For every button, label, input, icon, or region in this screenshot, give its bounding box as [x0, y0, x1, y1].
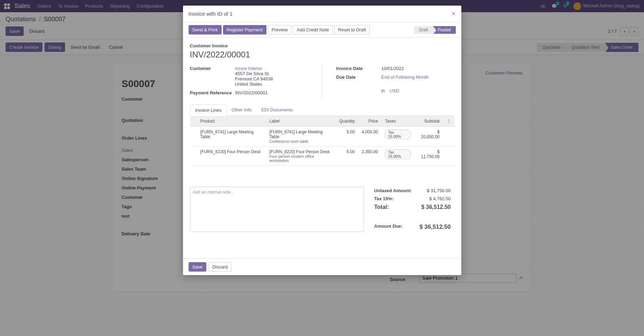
untaxed-label: Untaxed Amount: — [374, 188, 412, 193]
tax-chip: Tax 15.00% — [385, 149, 411, 159]
totals: Untaxed Amount:$ 31,750.00 Tax 15%:$ 4,7… — [374, 187, 451, 232]
tab-other-info[interactable]: Other Info — [226, 104, 256, 116]
col-subtotal: Subtotal — [414, 116, 443, 127]
address-line-3: United States — [235, 81, 308, 87]
table-row[interactable]: [FURN_6741] Large Meeting Table [FURN_67… — [190, 127, 454, 147]
payref-value: INV/2022/00001 — [235, 90, 308, 95]
customer-label: Customer — [190, 66, 235, 87]
tabs: Invoice Lines Other Info EDI Documents — [190, 104, 454, 116]
customer-link[interactable]: Azure Interior — [235, 66, 262, 71]
close-icon[interactable]: × — [452, 10, 456, 18]
invoice-modal: Invoice with ID of 1 × Send & Print Regi… — [183, 6, 461, 275]
modal-save-button[interactable]: Save — [189, 262, 207, 272]
cell-sublabel: Conference room table — [269, 139, 332, 143]
due-date-label: Due Date — [336, 75, 381, 93]
tab-edi-documents[interactable]: EDI Documents — [256, 104, 298, 116]
total-label: Total: — [374, 204, 389, 210]
preview-button[interactable]: Preview — [268, 25, 292, 34]
payment-term-link[interactable]: End of Following Month — [381, 75, 429, 80]
send-print-button[interactable]: Send & Print — [189, 25, 222, 34]
invoice-number: INV/2022/00001 — [190, 50, 454, 60]
status-draft[interactable]: Draft — [414, 26, 433, 34]
reset-draft-button[interactable]: Reset to Draft — [334, 25, 370, 34]
col-quantity: Quantity — [336, 116, 358, 127]
col-taxes: Taxes — [381, 116, 414, 127]
register-payment-button[interactable]: Register Payment — [223, 25, 267, 34]
tax-label: Tax 15%: — [374, 196, 393, 201]
col-label: Label — [266, 116, 336, 127]
inv-date-label: Invoice Date — [336, 66, 381, 71]
cell-subtotal: $ 20,000.00 — [414, 127, 443, 147]
tax-value: $ 4,762.50 — [429, 196, 451, 201]
cell-qty: 5.00 — [336, 127, 358, 147]
total-value: $ 36,512.50 — [421, 204, 451, 210]
address-line-1: 4557 De Silva St — [235, 71, 308, 76]
currency-link[interactable]: USD — [390, 88, 399, 93]
inv-date-value: 10/01/2022 — [381, 66, 454, 71]
col-price: Price — [358, 116, 382, 127]
untaxed-value: $ 31,750.00 — [427, 188, 451, 193]
col-menu-icon[interactable]: ⋮ — [443, 116, 454, 127]
cell-price: 4,000.00 — [358, 127, 382, 147]
modal-discard-button[interactable]: Discard — [208, 262, 231, 272]
address-line-2: Fremont CA 94538 — [235, 76, 308, 81]
cell-label: [FURN_8220] Four Person Desk — [269, 149, 332, 154]
cell-sublabel: Four person modern office workstation — [269, 154, 332, 163]
table-row[interactable]: [FURN_8220] Four Person Desk [FURN_8220]… — [190, 147, 454, 166]
cell-price: 2,350.00 — [358, 147, 382, 166]
cell-product: [FURN_6741] Large Meeting Table — [197, 127, 266, 147]
internal-note-input[interactable]: Add an internal note... — [190, 187, 364, 232]
cell-product: [FURN_8220] Four Person Desk — [197, 147, 266, 166]
invoice-lines-table: Product Label Quantity Price Taxes Subto… — [190, 116, 454, 180]
modal-title: Invoice with ID of 1 — [189, 11, 233, 17]
col-product: Product — [197, 116, 266, 127]
credit-note-button[interactable]: Add Credit Note — [293, 25, 333, 34]
cell-subtotal: $ 11,750.00 — [414, 147, 443, 166]
currency-in-label: in — [381, 88, 385, 93]
tax-chip: Tax 15.00% — [385, 130, 411, 139]
cell-label: [FURN_6741] Large Meeting Table — [269, 130, 332, 139]
payref-label: Payment Reference — [190, 90, 235, 95]
due-value: $ 36,512.50 — [420, 224, 451, 230]
cell-qty: 5.00 — [336, 147, 358, 166]
invoice-type-label: Customer Invoice — [190, 43, 454, 48]
modal-overlay: Invoice with ID of 1 × Send & Print Regi… — [0, 0, 644, 336]
tab-invoice-lines[interactable]: Invoice Lines — [190, 104, 227, 116]
due-label: Amount Due: — [374, 224, 403, 230]
modal-statusbar: Send & Print Register Payment Preview Ad… — [183, 22, 461, 38]
